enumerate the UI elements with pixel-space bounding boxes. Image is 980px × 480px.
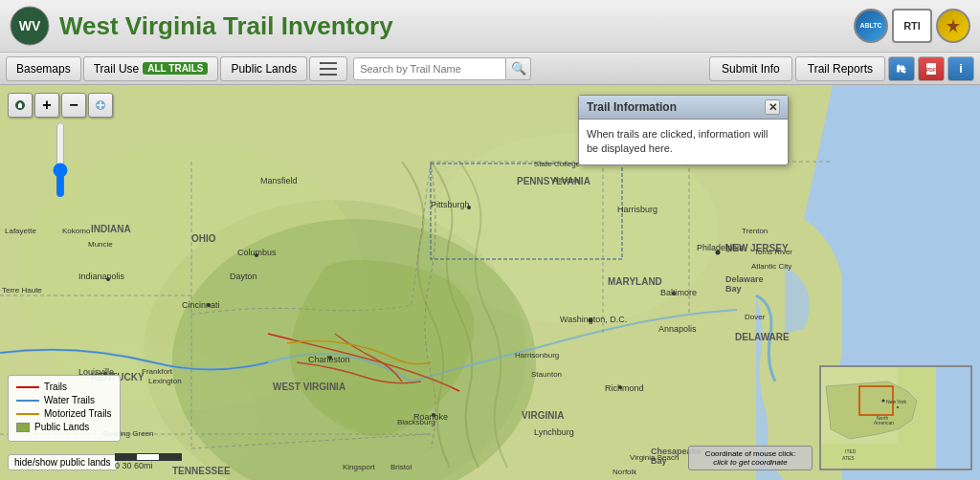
trail-reports-button[interactable]: Trail Reports — [795, 56, 885, 81]
map-controls-row: + − — [8, 93, 113, 118]
info-icon-button[interactable]: i — [947, 56, 974, 81]
trail-info-header: Trail Information ✕ — [579, 96, 788, 120]
svg-rect-4 — [320, 74, 337, 76]
mini-map: New York North American ITED ATES — [819, 365, 972, 470]
zoom-slider[interactable] — [51, 121, 70, 198]
svg-point-27 — [432, 413, 435, 417]
rti-badge[interactable]: RTI — [892, 9, 932, 43]
svg-text:WV: WV — [19, 18, 41, 33]
legend-motorized-trails: Motorized Trails — [16, 408, 112, 419]
svg-text:American: American — [874, 420, 894, 425]
toolbar: Basemaps Trail Use ALL TRAILS Public Lan… — [0, 53, 980, 85]
svg-point-34 — [882, 400, 885, 403]
link-icon-button[interactable] — [888, 56, 915, 81]
pdf-icon-button[interactable]: PDF — [918, 56, 945, 81]
legend-public-lands: Public Lands — [16, 422, 112, 432]
coordinate-bar[interactable]: Coordinate of mouse click: click to get … — [688, 446, 813, 470]
basemaps-button[interactable]: Basemaps — [6, 56, 81, 81]
search-container: 🔍 — [353, 57, 531, 80]
legend-trails: Trails — [16, 382, 112, 392]
trails-line-icon — [16, 386, 39, 388]
legend: Trails Water Trails Motorized Trails Pub… — [8, 375, 121, 442]
trail-use-button[interactable]: Trail Use ALL TRAILS — [83, 56, 219, 81]
search-input[interactable] — [353, 57, 506, 80]
zoom-out-button[interactable]: − — [61, 93, 86, 118]
water-trails-label: Water Trails — [44, 395, 95, 405]
abltc-badge[interactable]: ABLTC — [854, 9, 888, 43]
svg-point-19 — [716, 251, 721, 255]
svg-point-26 — [328, 356, 332, 360]
svg-point-25 — [672, 292, 676, 295]
svg-rect-3 — [320, 68, 337, 70]
wv-home-button[interactable] — [8, 93, 33, 118]
wv-logo-icon: WV — [10, 6, 50, 46]
svg-point-21 — [207, 303, 211, 307]
svg-point-18 — [467, 206, 471, 209]
water-trails-line-icon — [16, 400, 39, 402]
toolbar-right: Submit Info Trail Reports PDF i — [709, 56, 974, 81]
svg-text:ATES: ATES — [842, 455, 855, 461]
all-trails-badge: ALL TRAILS — [143, 62, 208, 75]
svg-point-20 — [255, 253, 258, 257]
zoom-slider-container — [8, 121, 113, 198]
public-lands-box-icon — [16, 423, 30, 432]
pan-button[interactable] — [88, 93, 113, 118]
trails-label: Trails — [44, 382, 67, 392]
hide-show-public-lands-button[interactable]: hide/show public lands — [8, 454, 118, 470]
trail-info-popup: Trail Information ✕ When trails are clic… — [578, 95, 789, 165]
coord-line1: Coordinate of mouse click: — [695, 449, 806, 458]
svg-point-36 — [897, 406, 899, 408]
scale-label: 0 30 60mi — [115, 461, 153, 470]
submit-info-button[interactable]: Submit Info — [709, 56, 792, 81]
svg-point-24 — [589, 318, 593, 323]
svg-rect-2 — [320, 62, 337, 64]
coord-line2: click to get coordinate — [695, 458, 806, 467]
svg-text:PDF: PDF — [926, 67, 936, 73]
motorized-trails-line-icon — [16, 413, 39, 415]
trail-info-title: Trail Information — [587, 100, 677, 114]
partner-badge[interactable] — [936, 9, 970, 43]
public-lands-label: Public Lands — [34, 422, 89, 432]
map-container[interactable]: PENNSYLVANIA OHIO INDIANA KENTUCKY WEST … — [0, 85, 980, 480]
svg-point-22 — [106, 277, 110, 281]
trail-info-close-button[interactable]: ✕ — [765, 99, 780, 115]
scale-bar: 0 30 60mi — [115, 453, 182, 470]
zoom-in-button[interactable]: + — [34, 93, 59, 118]
search-button[interactable]: 🔍 — [506, 57, 531, 80]
header-badges: ABLTC RTI — [854, 9, 970, 43]
svg-text:ITED: ITED — [845, 448, 857, 454]
layers-button[interactable] — [309, 56, 347, 81]
public-lands-button[interactable]: Public Lands — [220, 56, 307, 81]
trail-info-body: When trails are clicked, information wil… — [579, 120, 788, 164]
motorized-trails-label: Motorized Trails — [44, 408, 112, 419]
legend-water-trails: Water Trails — [16, 395, 112, 405]
app-title: West Virginia Trail Inventory — [59, 11, 854, 41]
svg-text:New York: New York — [886, 399, 907, 404]
header: WV West Virginia Trail Inventory ABLTC R… — [0, 0, 980, 53]
svg-point-28 — [618, 385, 622, 389]
map-controls: + − — [8, 93, 113, 198]
